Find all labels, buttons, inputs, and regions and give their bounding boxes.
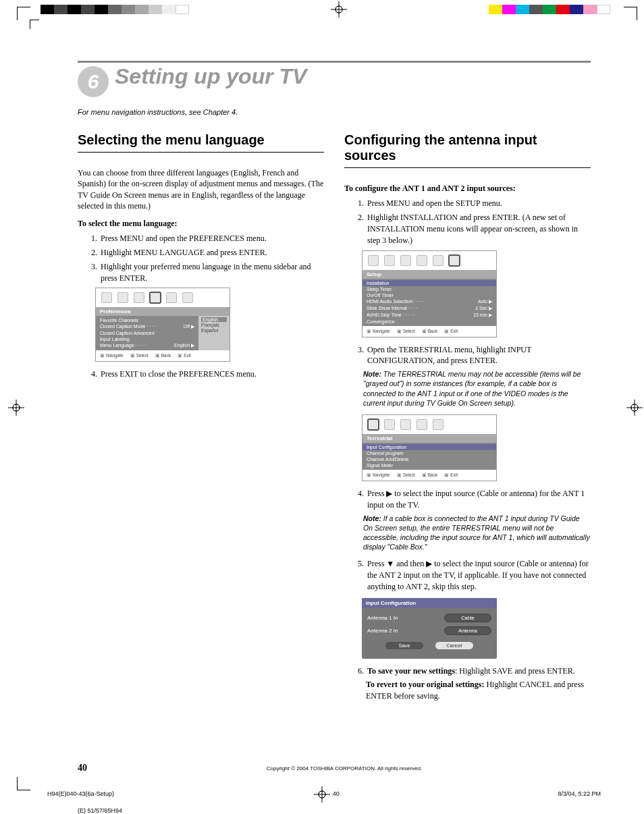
- revert-note: To revert to your original settings: Hig…: [366, 679, 591, 701]
- registration-bar: [41, 3, 610, 16]
- registration-mark: [10, 402, 22, 414]
- step: Press EXIT to close the PREFERENCES menu…: [99, 369, 324, 380]
- dialog-title: Input Configuration: [362, 598, 497, 608]
- down-arrow-icon: ▼: [386, 559, 394, 568]
- osd-tab: Terrestrial: [363, 434, 496, 443]
- right-arrow-icon: ▶: [426, 559, 432, 568]
- step: Press MENU and open the SETUP menu.: [366, 198, 591, 209]
- print-filename: H94(E)040-43(6a-Setup): [47, 790, 114, 797]
- step: Press MENU and open the PREFERENCES menu…: [99, 233, 324, 244]
- section-heading: Selecting the menu language: [78, 132, 324, 153]
- note: Note: If a cable box is connected to the…: [363, 514, 591, 552]
- left-column: Selecting the menu language You can choo…: [78, 132, 324, 708]
- copyright: Copyright © 2004 TOSHIBA CORPORATION. Al…: [98, 765, 591, 771]
- osd-setup-figure: Setup InstallationSleep TimerOn/Off Time…: [362, 250, 497, 337]
- print-footer: H94(E)040-43(6a-Setup) 40 8/3/04, 5:22 P…: [47, 790, 601, 797]
- page-footer: 40 Copyright © 2004 TOSHIBA CORPORATION.…: [78, 763, 591, 774]
- step: To save your new settings: Highlight SAV…: [366, 666, 591, 677]
- registration-mark: [628, 402, 641, 414]
- procedure-list: Press ▼ and then ▶ to select the input s…: [344, 558, 591, 592]
- intro-text: You can choose from three different lang…: [78, 167, 324, 211]
- right-column: Configuring the antenna input sources To…: [344, 132, 591, 708]
- procedure-list: Press ▶ to select the input source (Cabl…: [344, 488, 591, 511]
- procedure-list: Press MENU and open the SETUP menu. High…: [344, 198, 591, 246]
- note: Note: The TERRESTRIAL menu may not be ac…: [363, 369, 591, 408]
- osd-tab: Setup: [363, 270, 496, 279]
- page-number: 40: [78, 763, 98, 774]
- print-model: (E) 51/57/65H94: [78, 807, 122, 814]
- chapter-header: 6 Setting up your TV: [78, 65, 591, 97]
- print-date: 8/3/04, 5:22 PM: [558, 790, 601, 797]
- crop-mark: [17, 7, 30, 20]
- page-body: 6 Setting up your TV For menu navigation…: [78, 61, 591, 708]
- procedure-list: Open the TERRESTRIAL menu, highlight INP…: [344, 344, 591, 367]
- osd-tab: Preferences: [96, 307, 230, 316]
- step: Press ▶ to select the input source (Cabl…: [366, 488, 591, 511]
- osd-preferences-figure: Preferences Favorite ChannelsClosed Capt…: [95, 288, 230, 362]
- procedure-list: Press MENU and open the PREFERENCES menu…: [78, 233, 324, 283]
- chapter-title: Setting up your TV: [115, 64, 306, 88]
- step: Open the TERRESTRIAL menu, highlight INP…: [366, 344, 591, 367]
- chapter-number: 6: [78, 66, 109, 97]
- print-page: 40: [333, 790, 340, 797]
- procedure-lead: To configure the ANT 1 and ANT 2 input s…: [344, 183, 591, 194]
- step: Highlight INSTALLATION and press ENTER. …: [366, 212, 591, 246]
- step: Press ▼ and then ▶ to select the input s…: [366, 558, 591, 592]
- procedure-list: To save your new settings: Highlight SAV…: [344, 666, 591, 677]
- right-arrow-icon: ▶: [386, 489, 392, 498]
- step: Highlight your preferred menu language i…: [99, 261, 324, 284]
- step: Highlight MENU LANGUAGE and press ENTER.: [99, 247, 324, 259]
- osd-terrestrial-figure: Terrestrial Input ConfigurationChannel p…: [362, 414, 497, 481]
- chapter-subtitle: For menu navigation instructions, see Ch…: [78, 108, 591, 116]
- procedure-list: Press EXIT to close the PREFERENCES menu…: [78, 369, 324, 380]
- crop-mark: [624, 7, 637, 20]
- section-heading: Configuring the antenna input sources: [344, 132, 591, 168]
- procedure-lead: To select the menu language:: [78, 218, 324, 229]
- registration-mark: [333, 3, 345, 16]
- crop-mark: [17, 777, 30, 790]
- osd-input-config-figure: Input Configuration Antenna 1 InCableAnt…: [362, 598, 497, 659]
